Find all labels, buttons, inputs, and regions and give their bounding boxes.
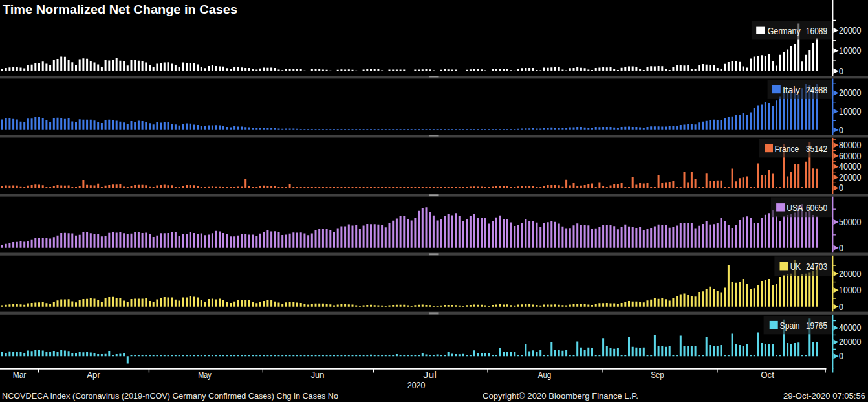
- svg-text:Mar: Mar: [13, 370, 27, 380]
- svg-text:35142: 35142: [806, 144, 827, 154]
- svg-text:10000: 10000: [839, 46, 862, 56]
- svg-text:24703: 24703: [806, 262, 827, 272]
- svg-text:USA: USA: [787, 203, 803, 213]
- svg-text:16089: 16089: [806, 26, 827, 36]
- svg-text:Jun: Jun: [311, 370, 325, 380]
- svg-text:Oct: Oct: [761, 370, 774, 380]
- svg-text:0: 0: [839, 67, 843, 76]
- svg-text:20000: 20000: [839, 173, 862, 183]
- svg-text:40000: 40000: [839, 162, 862, 172]
- svg-text:0: 0: [839, 126, 843, 135]
- svg-text:May: May: [198, 370, 212, 380]
- svg-text:10000: 10000: [839, 107, 862, 117]
- svg-text:Time Normalized Net Change in: Time Normalized Net Change in Cases: [3, 3, 237, 16]
- svg-text:Jul: Jul: [423, 370, 437, 380]
- svg-text:10000: 10000: [839, 285, 862, 295]
- svg-text:20000: 20000: [839, 88, 862, 98]
- svg-text:0: 0: [839, 243, 843, 253]
- svg-text:Italy: Italy: [783, 85, 801, 95]
- svg-text:29-Oct-2020 07:05:56: 29-Oct-2020 07:05:56: [783, 391, 865, 401]
- svg-text:0: 0: [839, 183, 843, 193]
- svg-text:24988: 24988: [806, 85, 827, 95]
- svg-text:NCOVDECA Index (Coronavirus (2: NCOVDECA Index (Coronavirus (2019-nCOV) …: [2, 391, 338, 401]
- svg-text:Spain: Spain: [780, 320, 800, 331]
- svg-text:Aug: Aug: [538, 370, 552, 380]
- svg-text:60650: 60650: [806, 203, 827, 213]
- svg-text:Copyright© 2020 Bloomberg Fina: Copyright© 2020 Bloomberg Finance L.P.: [483, 391, 638, 401]
- svg-text:20000: 20000: [839, 269, 862, 279]
- svg-text:Sep: Sep: [651, 370, 664, 380]
- svg-text:20000: 20000: [839, 26, 862, 36]
- svg-text:19765: 19765: [806, 320, 827, 331]
- svg-text:Germany: Germany: [768, 26, 801, 36]
- svg-text:UK: UK: [790, 262, 801, 272]
- svg-text:France: France: [774, 144, 799, 154]
- svg-text:50000: 50000: [839, 218, 862, 227]
- svg-text:40000: 40000: [839, 323, 862, 333]
- svg-text:0: 0: [839, 352, 843, 361]
- svg-text:Apr: Apr: [87, 370, 100, 380]
- svg-text:2020: 2020: [407, 381, 426, 390]
- svg-text:20000: 20000: [839, 337, 862, 347]
- svg-text:0: 0: [839, 302, 843, 312]
- svg-text:60000: 60000: [839, 151, 862, 161]
- svg-text:80000: 80000: [839, 140, 862, 150]
